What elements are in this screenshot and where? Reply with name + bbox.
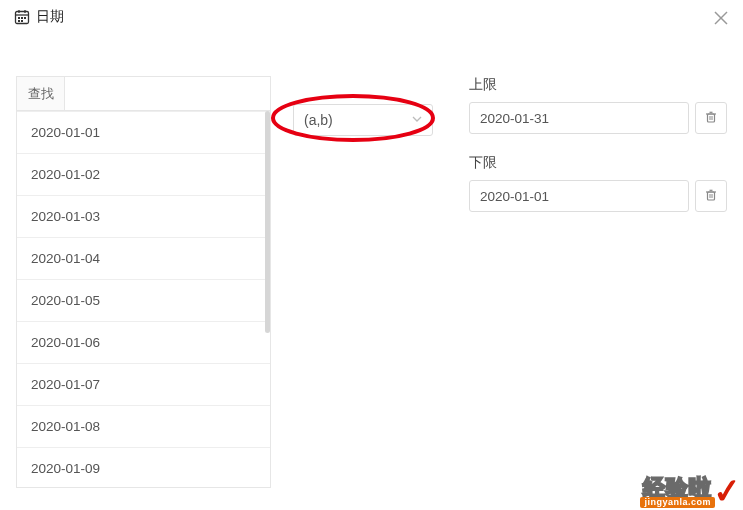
upper-bound-group: 上限: [469, 76, 727, 134]
list-item[interactable]: 2020-01-02: [17, 153, 270, 195]
lower-bound-input[interactable]: [469, 180, 689, 212]
upper-bound-row: [469, 102, 727, 134]
close-icon[interactable]: [713, 10, 729, 29]
svg-rect-5: [21, 17, 23, 19]
chevron-down-icon: [412, 113, 422, 127]
watermark-sub: jingyanla.com: [640, 497, 715, 508]
svg-rect-17: [708, 192, 715, 200]
search-input[interactable]: [65, 77, 270, 110]
list-item[interactable]: 2020-01-09: [17, 447, 270, 488]
lower-bound-label: 下限: [469, 154, 727, 172]
range-column: (a,b): [285, 76, 455, 488]
dialog-title: 日期: [36, 8, 64, 26]
list-item[interactable]: 2020-01-04: [17, 237, 270, 279]
list-item[interactable]: 2020-01-05: [17, 279, 270, 321]
search-row: 查找: [17, 77, 270, 111]
dialog-title-wrap: 日期: [14, 8, 64, 26]
watermark-main: 经验啦: [643, 477, 712, 499]
date-list-panel: 查找 2020-01-01 2020-01-02 2020-01-03 2020…: [16, 76, 271, 488]
upper-bound-input[interactable]: [469, 102, 689, 134]
watermark-text-box: 经验啦 jingyanla.com: [640, 477, 715, 508]
list-item[interactable]: 2020-01-01: [17, 111, 270, 153]
upper-bound-clear-button[interactable]: [695, 102, 727, 134]
trash-icon: [704, 110, 718, 127]
svg-rect-8: [21, 20, 23, 22]
bounds-column: 上限 下限: [469, 76, 727, 488]
list-item[interactable]: 2020-01-08: [17, 405, 270, 447]
list-item[interactable]: 2020-01-07: [17, 363, 270, 405]
svg-rect-6: [24, 17, 26, 19]
checkmark-icon: ✓: [712, 479, 742, 505]
svg-rect-7: [18, 20, 20, 22]
dialog-content: 查找 2020-01-01 2020-01-02 2020-01-03 2020…: [0, 36, 743, 488]
lower-bound-row: [469, 180, 727, 212]
svg-rect-12: [708, 114, 715, 122]
svg-rect-4: [18, 17, 20, 19]
list-item[interactable]: 2020-01-06: [17, 321, 270, 363]
calendar-icon: [14, 9, 30, 25]
lower-bound-clear-button[interactable]: [695, 180, 727, 212]
upper-bound-label: 上限: [469, 76, 727, 94]
range-selected-value: (a,b): [304, 112, 333, 128]
range-type-select[interactable]: (a,b): [293, 104, 433, 136]
search-label: 查找: [17, 77, 65, 110]
scrollbar-thumb[interactable]: [265, 111, 270, 333]
watermark-logo: 经验啦 jingyanla.com ✓: [640, 477, 741, 508]
lower-bound-group: 下限: [469, 154, 727, 212]
trash-icon: [704, 188, 718, 205]
dialog-header: 日期: [0, 0, 743, 36]
list-item[interactable]: 2020-01-03: [17, 195, 270, 237]
